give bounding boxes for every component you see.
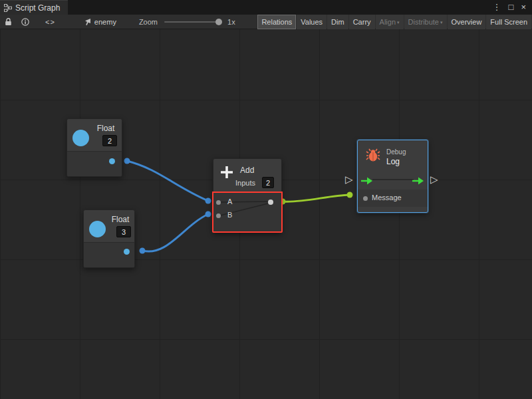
relation-lines <box>213 193 280 231</box>
script-graph-icon <box>4 4 12 12</box>
node-category: Debug <box>386 148 406 156</box>
zoom-value: 1x <box>227 18 235 26</box>
zoom-label: Zoom <box>139 18 158 26</box>
overview-label: Overview <box>452 18 482 26</box>
zoom-slider[interactable] <box>164 21 221 23</box>
align-label: Align <box>380 18 396 26</box>
float-value-field[interactable]: 2 <box>102 135 117 146</box>
graph-toolbar: <> enemy Zoom 1x Relations Values Dim Ca… <box>0 15 532 29</box>
message-label: Message <box>372 194 402 201</box>
graph-pointer-icon <box>83 18 91 26</box>
input-port-a[interactable] <box>216 200 221 205</box>
wire-endpoint <box>347 192 353 198</box>
flow-arrow-icon[interactable]: ▷ <box>430 174 438 184</box>
menu-icon[interactable]: ⋮ <box>493 0 501 15</box>
float-output-port[interactable] <box>109 158 115 164</box>
message-row: Message <box>358 190 428 207</box>
node-title: Add <box>240 166 254 175</box>
add-ports-section-selected[interactable]: A B <box>212 192 283 233</box>
dim-button[interactable]: Dim <box>327 15 348 29</box>
float-type-icon <box>89 221 106 237</box>
lock-icon[interactable] <box>5 17 12 26</box>
chevron-down-icon: ▾ <box>440 20 443 25</box>
chevron-down-icon: ▾ <box>397 20 400 25</box>
debug-log-node-selected[interactable]: Debug Log Message <box>357 140 428 213</box>
inputs-count-field[interactable]: 2 <box>262 177 274 188</box>
message-input-port[interactable] <box>363 196 368 201</box>
plus-icon <box>219 164 235 183</box>
carry-button[interactable]: Carry <box>349 15 375 29</box>
tab-script-graph[interactable]: Script Graph <box>0 0 68 15</box>
info-icon[interactable] <box>21 18 29 26</box>
flow-output-port[interactable] <box>412 176 424 188</box>
distribute-label: Distribute <box>408 18 439 26</box>
relations-label: Relations <box>261 18 292 26</box>
input-port-a-label: A <box>227 198 232 205</box>
code-icon[interactable]: <> <box>45 18 55 26</box>
zoom-slider-handle[interactable] <box>215 19 222 25</box>
sum-output-port[interactable] <box>268 200 273 205</box>
graph-canvas[interactable]: Float 2 Float 3 Add Inputs 2 A B <box>0 29 532 399</box>
wire-endpoint <box>140 248 146 254</box>
input-port-b-label: B <box>227 211 232 219</box>
flow-arrow-icon[interactable]: ▷ <box>345 174 353 184</box>
relations-button[interactable]: Relations <box>257 15 296 29</box>
wire-add-to-log-message[interactable] <box>283 195 350 201</box>
node-title: Log <box>386 157 400 166</box>
float-node-2[interactable]: Float 3 <box>83 209 135 268</box>
overview-button[interactable]: Overview <box>448 15 486 29</box>
flow-input-port[interactable] <box>361 176 373 188</box>
carry-label: Carry <box>353 18 371 26</box>
close-icon[interactable]: × <box>521 0 526 15</box>
wire-endpoint <box>205 198 211 204</box>
node-title: Float <box>108 215 133 224</box>
input-port-b[interactable] <box>216 213 221 218</box>
fullscreen-button[interactable]: Full Screen <box>486 15 531 29</box>
node-body <box>84 242 134 267</box>
wire-float2-to-add-b[interactable] <box>142 214 208 251</box>
graph-name[interactable]: enemy <box>94 18 116 26</box>
inputs-label: Inputs <box>235 179 255 187</box>
fullscreen-label: Full Screen <box>490 18 527 26</box>
titlebar: Script Graph ⋮ □ × <box>0 0 532 15</box>
float-node-1[interactable]: Float 2 <box>66 118 122 177</box>
values-button[interactable]: Values <box>297 15 327 29</box>
values-label: Values <box>301 18 323 26</box>
wire-endpoint <box>124 158 130 164</box>
float-value-field[interactable]: 3 <box>116 226 131 237</box>
maximize-icon[interactable]: □ <box>509 0 514 15</box>
dim-label: Dim <box>331 18 344 26</box>
toolbar-buttons: Relations Values Dim Carry Align ▾ Distr… <box>257 15 531 29</box>
align-button: Align ▾ <box>376 15 404 29</box>
wire-endpoint <box>205 211 211 217</box>
node-title: Float <box>91 124 120 133</box>
add-node[interactable]: Add Inputs 2 A B <box>213 158 282 233</box>
tab-title: Script Graph <box>15 3 60 13</box>
wire-float1-to-add-a[interactable] <box>127 161 208 201</box>
float-type-icon <box>72 130 89 146</box>
float-output-port[interactable] <box>124 249 130 255</box>
bug-icon <box>366 148 380 165</box>
window-controls: ⋮ □ × <box>493 0 532 15</box>
distribute-button: Distribute ▾ <box>404 15 447 29</box>
